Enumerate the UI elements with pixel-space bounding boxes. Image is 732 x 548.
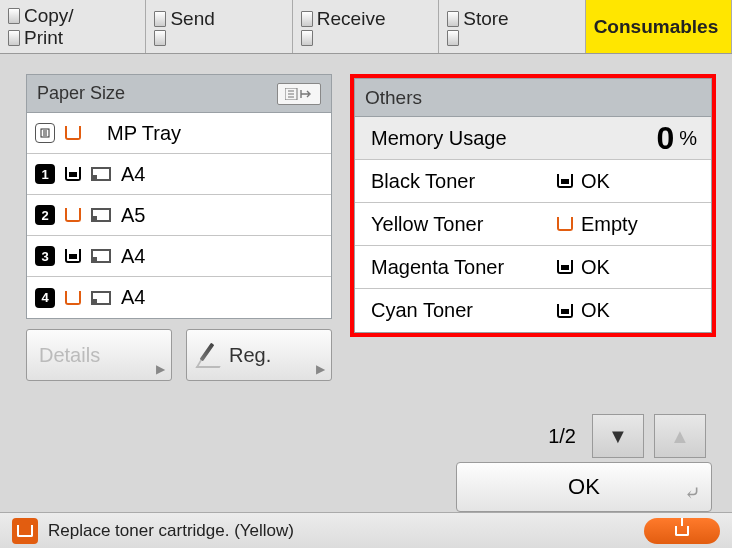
panel-title: Paper Size xyxy=(37,83,125,104)
lamp-icon xyxy=(447,11,459,27)
toner-name: Black Toner xyxy=(371,170,557,193)
panel-title: Others xyxy=(365,87,422,109)
triangle-up-icon: ▲ xyxy=(670,425,690,448)
toner-status: OK xyxy=(581,299,610,322)
others-header: Others xyxy=(354,78,712,116)
lamp-icon xyxy=(447,30,459,46)
paper-size-panel: Paper Size MP Tray 1 A4 2 A5 xyxy=(26,74,332,428)
toner-name: Cyan Toner xyxy=(371,299,557,322)
paper-buttons: Details ▶ Reg. ▶ xyxy=(26,329,332,381)
toner-row-cyan: Cyan Toner OK xyxy=(355,289,711,332)
return-icon: ⤶ xyxy=(684,481,701,505)
memory-value: 0 xyxy=(656,120,675,157)
toner-status: OK xyxy=(581,256,610,279)
paper-size-label: A4 xyxy=(121,163,145,186)
tab-label: Store xyxy=(463,8,508,30)
tray-number-badge: 2 xyxy=(35,205,55,225)
memory-unit: % xyxy=(679,127,697,150)
page-down-button[interactable]: ▼ xyxy=(592,414,644,458)
page-icon xyxy=(91,208,111,222)
toner-row-black: Black Toner OK xyxy=(355,160,711,203)
others-list: Memory Usage 0 % Black Toner OK Yellow T… xyxy=(354,116,712,333)
lamp-icon xyxy=(301,30,313,46)
toner-row-magenta: Magenta Toner OK xyxy=(355,246,711,289)
details-button[interactable]: Details ▶ xyxy=(26,329,172,381)
paper-row[interactable]: 4 A4 xyxy=(27,277,331,318)
others-highlight-box: Others Memory Usage 0 % Black Toner OK Y… xyxy=(350,74,716,337)
grid-arrow-icon xyxy=(285,88,313,100)
page-up-button[interactable]: ▲ xyxy=(654,414,706,458)
tray-number-badge: 4 xyxy=(35,288,55,308)
memory-label: Memory Usage xyxy=(371,127,656,150)
tab-copy-print[interactable]: Copy/ Print xyxy=(0,0,146,53)
page-icon xyxy=(91,249,111,263)
register-button[interactable]: Reg. ▶ xyxy=(186,329,332,381)
doc-icon xyxy=(35,123,55,143)
status-bar: Replace toner cartridge. (Yellow) xyxy=(0,512,732,548)
tab-label: Print xyxy=(24,27,63,49)
main-area: Paper Size MP Tray 1 A4 2 A5 xyxy=(0,54,732,434)
ok-button[interactable]: OK ⤶ xyxy=(456,462,712,512)
toner-name: Magenta Toner xyxy=(371,256,557,279)
lamp-icon xyxy=(8,30,20,46)
toner-full-icon xyxy=(557,304,573,318)
paper-row[interactable]: 2 A5 xyxy=(27,195,331,236)
toner-status: Empty xyxy=(581,213,638,236)
paper-size-expand-button[interactable] xyxy=(277,83,321,105)
tray-number-badge: 3 xyxy=(35,246,55,266)
tray-number-badge: 1 xyxy=(35,164,55,184)
toner-full-icon xyxy=(557,174,573,188)
tab-send[interactable]: Send xyxy=(146,0,292,53)
button-label: Details xyxy=(39,344,100,367)
chevron-right-icon: ▶ xyxy=(156,362,165,376)
paper-size-header: Paper Size xyxy=(26,74,332,112)
tray-full-icon xyxy=(65,249,81,263)
paper-size-label: A4 xyxy=(121,245,145,268)
lamp-icon xyxy=(154,30,166,46)
paper-row-mp[interactable]: MP Tray xyxy=(27,113,331,154)
tray-full-icon xyxy=(65,167,81,181)
toner-status: OK xyxy=(581,170,610,193)
button-label: Reg. xyxy=(229,344,271,367)
lamp-icon xyxy=(301,11,313,27)
ok-row: OK ⤶ xyxy=(0,458,732,512)
paper-size-label: A4 xyxy=(121,286,145,309)
tab-store[interactable]: Store xyxy=(439,0,585,53)
tab-label: Receive xyxy=(317,8,386,30)
page-icon xyxy=(91,167,111,181)
tray-empty-icon xyxy=(65,291,81,305)
top-tabs: Copy/ Print Send Receive Store Consumabl… xyxy=(0,0,732,54)
button-label: OK xyxy=(568,474,600,500)
paper-row[interactable]: 3 A4 xyxy=(27,236,331,277)
page-icon xyxy=(91,291,111,305)
tray-empty-icon xyxy=(65,126,81,140)
toner-row-yellow: Yellow Toner Empty xyxy=(355,203,711,246)
lamp-icon xyxy=(8,8,20,24)
paper-size-list: MP Tray 1 A4 2 A5 3 A4 4 xyxy=(26,112,332,319)
lamp-icon xyxy=(154,11,166,27)
pager-label: 1/2 xyxy=(548,425,576,448)
status-action-button[interactable] xyxy=(644,518,720,544)
chevron-right-icon: ▶ xyxy=(316,362,325,376)
status-message: Replace toner cartridge. (Yellow) xyxy=(48,521,294,541)
paper-row[interactable]: 1 A4 xyxy=(27,154,331,195)
tab-consumables[interactable]: Consumables xyxy=(586,0,732,53)
tab-label: Send xyxy=(170,8,214,30)
toner-empty-icon xyxy=(557,217,573,231)
toner-name: Yellow Toner xyxy=(371,213,557,236)
pen-icon xyxy=(199,344,221,366)
paper-size-label: A5 xyxy=(121,204,145,227)
tab-receive[interactable]: Receive xyxy=(293,0,439,53)
others-panel: Others Memory Usage 0 % Black Toner OK Y… xyxy=(350,74,716,428)
tray-empty-icon xyxy=(65,208,81,222)
triangle-down-icon: ▼ xyxy=(608,425,628,448)
warning-toner-icon xyxy=(12,518,38,544)
tab-label: Copy/ xyxy=(24,5,74,27)
paper-size-label: MP Tray xyxy=(107,122,181,145)
tab-label: Consumables xyxy=(594,16,719,38)
toner-full-icon xyxy=(557,260,573,274)
toner-replace-icon xyxy=(675,526,689,536)
memory-usage-row: Memory Usage 0 % xyxy=(355,117,711,160)
